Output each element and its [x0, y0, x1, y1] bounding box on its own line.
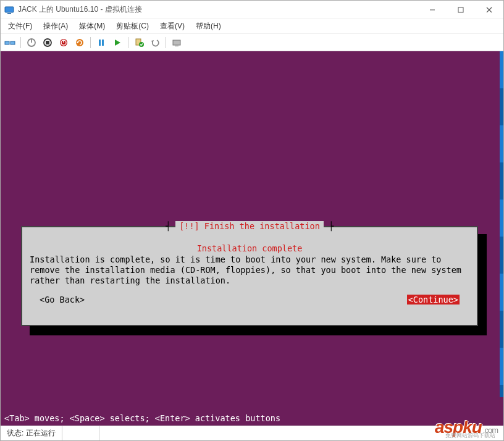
app-icon [4, 5, 14, 15]
reset-button[interactable] [73, 36, 86, 49]
vm-guest-screen[interactable]: ┤ [!!] Finish the installation ├ Install… [1, 51, 503, 426]
checkpoint-button[interactable] [132, 36, 146, 49]
start-button[interactable] [25, 36, 38, 49]
svg-rect-24 [175, 46, 178, 46]
status-label: 状态: 正在运行 [1, 426, 62, 440]
svg-marker-22 [151, 40, 154, 43]
svg-rect-6 [5, 41, 9, 44]
svg-rect-11 [46, 41, 49, 44]
menu-view[interactable]: 查看(V) [155, 20, 190, 33]
pause-button[interactable] [94, 36, 108, 49]
svg-rect-1 [7, 13, 11, 14]
maximize-button[interactable] [447, 1, 475, 19]
toolbar-separator [20, 37, 21, 48]
vm-connection-window: JACK 上的 Ubuntu16.10 - 虚拟机连接 文件(F) 操作(A) … [0, 0, 504, 441]
svg-marker-19 [115, 40, 120, 46]
keyboard-hint: <Tab> moves; <Space> selects; <Enter> ac… [4, 413, 280, 423]
dialog-buttons: <Go Back> <Continue> [30, 295, 469, 304]
toolbar-separator [128, 37, 128, 48]
dialog-title-row: ┤ [!!] Finish the installation ├ [22, 221, 477, 231]
toolbar-separator [90, 37, 91, 48]
menu-help[interactable]: 帮助(H) [191, 20, 226, 33]
titlebar: JACK 上的 Ubuntu16.10 - 虚拟机连接 [1, 1, 503, 19]
svg-rect-18 [102, 40, 104, 46]
menu-file[interactable]: 文件(F) [3, 20, 37, 33]
minimize-button[interactable] [418, 1, 447, 19]
svg-rect-7 [10, 41, 15, 44]
menu-media[interactable]: 媒体(M) [74, 20, 110, 33]
turnoff-button[interactable] [41, 36, 54, 49]
svg-rect-17 [99, 40, 101, 46]
revert-button[interactable] [148, 36, 162, 49]
go-back-button[interactable]: <Go Back> [40, 295, 85, 304]
close-button[interactable] [475, 1, 503, 19]
menubar: 文件(F) 操作(A) 媒体(M) 剪贴板(C) 查看(V) 帮助(H) [1, 19, 503, 34]
statusbar: 状态: 正在运行 [1, 426, 503, 440]
enhanced-session-button[interactable] [170, 36, 183, 49]
toolbar-separator [166, 37, 166, 48]
status-cell-empty [62, 426, 99, 440]
menu-operate[interactable]: 操作(A) [38, 20, 73, 33]
dialog-body: Installation is complete, so it is time … [30, 254, 469, 286]
window-controls [418, 1, 503, 19]
svg-rect-0 [5, 7, 14, 12]
shutdown-button[interactable] [57, 36, 70, 49]
dialog-title: [!!] Finish the installation [175, 221, 324, 231]
play-button[interactable] [111, 36, 124, 49]
ctrl-alt-del-button[interactable] [3, 36, 17, 49]
svg-rect-23 [173, 40, 180, 45]
installer-dialog: ┤ [!!] Finish the installation ├ Install… [21, 226, 478, 326]
scroll-edge [500, 51, 503, 397]
window-title: JACK 上的 Ubuntu16.10 - 虚拟机连接 [18, 4, 418, 15]
menu-clipboard[interactable]: 剪贴板(C) [111, 20, 154, 33]
watermark-sub: 免费网站源码下载站 [445, 432, 495, 440]
continue-button[interactable]: <Continue> [407, 295, 460, 304]
toolbar [1, 34, 503, 51]
svg-rect-3 [458, 7, 463, 12]
dialog-heading: Installation complete [30, 243, 469, 253]
